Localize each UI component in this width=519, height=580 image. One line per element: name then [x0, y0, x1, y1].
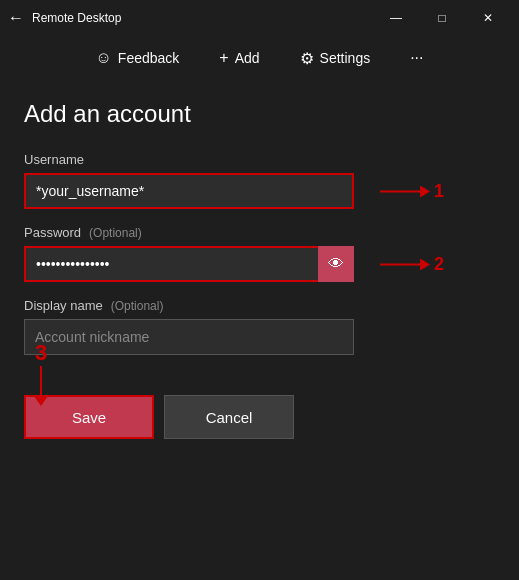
password-group: Password (Optional) 👁 2: [24, 225, 495, 282]
close-button[interactable]: ✕: [465, 0, 511, 36]
button-row: 3 Save Cancel: [24, 395, 495, 439]
settings-button[interactable]: ⚙ Settings: [292, 45, 379, 72]
username-group: Username 1: [24, 152, 495, 209]
arrow-right-2: [380, 258, 430, 270]
arrow-head-2: [420, 258, 430, 270]
username-input-row: 1: [24, 173, 354, 209]
back-button[interactable]: ←: [8, 9, 24, 27]
eye-icon: 👁: [328, 255, 344, 273]
display-name-group: Display name (Optional): [24, 298, 495, 355]
arrow-line-2: [380, 263, 420, 265]
settings-label: Settings: [320, 50, 371, 66]
feedback-icon: ☺: [95, 49, 111, 67]
annotation-2: 2: [380, 254, 444, 275]
password-label: Password (Optional): [24, 225, 495, 240]
username-input[interactable]: [24, 173, 354, 209]
password-input[interactable]: [24, 246, 354, 282]
app-title: Remote Desktop: [32, 11, 373, 25]
annotation-number-2: 2: [434, 254, 444, 275]
maximize-button[interactable]: □: [419, 0, 465, 36]
username-label: Username: [24, 152, 495, 167]
feedback-button[interactable]: ☺ Feedback: [87, 45, 187, 71]
add-button[interactable]: + Add: [211, 45, 267, 71]
annotation-number-3: 3: [35, 340, 47, 366]
password-optional: (Optional): [89, 226, 142, 240]
arrow-down-3: [34, 366, 48, 406]
add-icon: +: [219, 49, 228, 67]
arrow-right-1: [380, 185, 430, 197]
window-controls: — □ ✕: [373, 0, 511, 36]
cancel-button[interactable]: Cancel: [164, 395, 294, 439]
annotation-1: 1: [380, 181, 444, 202]
page-title: Add an account: [24, 100, 495, 128]
password-input-row: 👁 2: [24, 246, 354, 282]
password-toggle-button[interactable]: 👁: [318, 246, 354, 282]
minimize-button[interactable]: —: [373, 0, 419, 36]
arrow-down-line: [40, 366, 42, 396]
settings-icon: ⚙: [300, 49, 314, 68]
annotation-3: 3: [34, 340, 48, 406]
more-icon: ···: [410, 49, 423, 67]
display-name-optional: (Optional): [111, 299, 164, 313]
toolbar: ☺ Feedback + Add ⚙ Settings ···: [0, 36, 519, 80]
arrow-line-1: [380, 190, 420, 192]
password-wrapper: 👁: [24, 246, 354, 282]
display-name-label: Display name (Optional): [24, 298, 495, 313]
main-content: Add an account Username 1 Password (Opti…: [0, 80, 519, 459]
annotation-number-1: 1: [434, 181, 444, 202]
arrow-down-head: [34, 396, 48, 406]
title-bar: ← Remote Desktop — □ ✕: [0, 0, 519, 36]
add-label: Add: [235, 50, 260, 66]
display-name-input[interactable]: [24, 319, 354, 355]
feedback-label: Feedback: [118, 50, 179, 66]
arrow-head-1: [420, 185, 430, 197]
more-button[interactable]: ···: [402, 45, 431, 71]
